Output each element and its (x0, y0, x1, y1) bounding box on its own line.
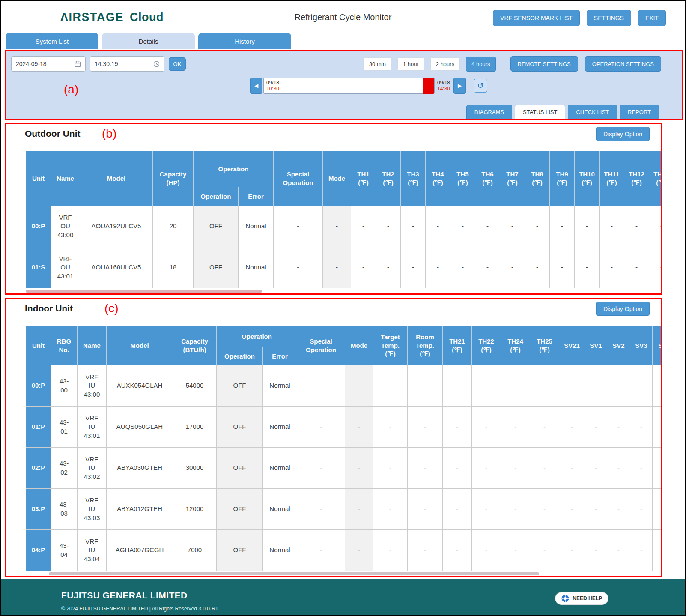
calendar-icon (75, 61, 81, 67)
cell: - (373, 530, 408, 571)
column-header-th7: TH7 (℉) (500, 151, 525, 206)
cell: - (501, 407, 530, 448)
cell: 00:P (26, 365, 51, 407)
timeline-prev-button[interactable]: ◀ (250, 78, 262, 94)
tab-report[interactable]: REPORT (620, 105, 659, 119)
column-header-mode: Mode (323, 151, 351, 206)
cell: - (408, 407, 443, 448)
tab-diagrams[interactable]: DIAGRAMS (466, 105, 512, 119)
indoor-unit-table: UnitRBG No.NameModelCapacity (BTU/h)Oper… (26, 326, 661, 571)
timeline-start-date: 09/18 (266, 80, 279, 86)
timeline-handle[interactable] (423, 78, 434, 94)
column-header-rbg: RBG No. (51, 326, 78, 365)
cell: AOUA168ULCV5 (80, 247, 153, 288)
table-row: 00:P43- 00VRF IU 43:00AUXK054GLAH54000OF… (26, 365, 661, 407)
cell: - (472, 530, 501, 571)
cell: 12000 (173, 489, 217, 530)
cell: - (559, 407, 585, 448)
cell: - (450, 247, 475, 288)
cell: - (600, 206, 624, 247)
cell: - (351, 247, 376, 288)
time-input[interactable]: 14:30:19 (90, 56, 164, 72)
cell: - (475, 247, 500, 288)
cell: - (501, 530, 530, 571)
tab-details[interactable]: Details (102, 33, 195, 49)
refresh-button[interactable]: ↺ (474, 79, 487, 93)
cell: - (297, 489, 345, 530)
range-1hour-button[interactable]: 1 hour (397, 57, 424, 71)
footer-company: FUJITSU GENERAL LIMITED (61, 590, 188, 601)
cell: - (630, 365, 653, 407)
cell: Normal (263, 489, 297, 530)
annotation-b: (b) (102, 128, 116, 140)
cell: - (607, 448, 630, 489)
column-header-unit: Unit (26, 151, 51, 206)
cell: 04:P (26, 530, 51, 571)
cell: - (376, 206, 401, 247)
need-help-button[interactable]: NEED HELP (555, 592, 608, 605)
cell: OFF (217, 489, 263, 530)
cell: - (297, 407, 345, 448)
range-4hours-button[interactable]: 4 hours (466, 57, 495, 72)
time-range-buttons: 30 min 1 hour 2 hours 4 hours (364, 57, 496, 72)
table-row: 01:P43- 01VRF IU 43:01AUQS050GLAH17000OF… (26, 407, 661, 448)
column-subheader-error: Error (263, 347, 297, 365)
annotation-box-c: (c) Indoor Unit Display Option UnitRBG N… (5, 298, 662, 577)
ok-button[interactable]: OK (169, 57, 186, 71)
column-header-model: Model (107, 326, 173, 365)
vrf-sensor-mark-list-button[interactable]: VRF SENSOR MARK LIST (493, 10, 580, 26)
cell: VRF IU 43:03 (78, 489, 107, 530)
topbar-buttons: VRF SENSOR MARK LIST SETTINGS EXIT (493, 10, 666, 26)
cell: 01:S (26, 247, 51, 288)
airstage-cloud-logo: ΛIRSTAGECloud (60, 11, 164, 24)
cell: - (653, 530, 661, 571)
remote-settings-button[interactable]: REMOTE SETTINGS (510, 56, 578, 72)
cell: AGHA007GCGH (107, 530, 173, 571)
table-row: 04:P43- 04VRF IU 43:04AGHA007GCGH7000OFF… (26, 530, 661, 571)
cell: - (297, 448, 345, 489)
cell: - (472, 489, 501, 530)
column-header-mode: Mode (345, 326, 373, 365)
cell: 7000 (173, 530, 217, 571)
cell: OFF (217, 448, 263, 489)
cell: - (274, 206, 323, 247)
column-header-th3: TH3 (℉) (401, 151, 426, 206)
timeline-next-button[interactable]: ▶ (453, 78, 466, 94)
indoor-display-option-button[interactable]: Display Option (596, 302, 650, 316)
column-header-special: Special Operation (274, 151, 323, 206)
toolbar-row-datetime: 2024-09-18 14:30:19 OK (11, 56, 661, 72)
tab-status-list[interactable]: STATUS LIST (515, 105, 565, 119)
cell: OFF (217, 365, 263, 407)
tab-history[interactable]: History (198, 33, 291, 49)
outdoor-display-option-button[interactable]: Display Option (596, 127, 650, 141)
settings-button[interactable]: SETTINGS (587, 10, 631, 26)
indoor-horizontal-scrollbar[interactable] (49, 572, 539, 575)
outdoor-horizontal-scrollbar[interactable] (26, 290, 262, 293)
tab-system-list[interactable]: System List (6, 33, 98, 49)
cell: 20 (153, 206, 194, 247)
tab-check-list[interactable]: CHECK LIST (568, 105, 617, 119)
cell: - (408, 489, 443, 530)
timeline-track[interactable]: 09/18 10:30 (263, 78, 435, 94)
date-input[interactable]: 2024-09-18 (11, 56, 86, 72)
cell: - (373, 407, 408, 448)
cell: - (530, 489, 559, 530)
cell: - (600, 247, 624, 288)
cell: - (443, 407, 472, 448)
cell: 30000 (173, 448, 217, 489)
range-2hours-button[interactable]: 2 hours (430, 57, 460, 71)
page-title: Refrigerant Cycle Monitor (295, 12, 392, 22)
operation-settings-button[interactable]: OPERATION SETTINGS (585, 56, 661, 72)
column-header-th21: TH21 (℉) (443, 326, 472, 365)
exit-button[interactable]: EXIT (638, 10, 666, 26)
column-header-th5: TH5 (℉) (450, 151, 475, 206)
table-row: 02:P43- 02VRF IU 43:02ABYA030GTEH30000OF… (26, 448, 661, 489)
cell: - (501, 448, 530, 489)
cell: ABYA012GTEH (107, 489, 173, 530)
view-tabs: DIAGRAMS STATUS LIST CHECK LIST REPORT (466, 105, 659, 119)
cell: - (345, 365, 373, 407)
cell: Normal (263, 530, 297, 571)
range-30min-button[interactable]: 30 min (364, 57, 391, 71)
cell: - (274, 247, 323, 288)
cell: - (345, 407, 373, 448)
